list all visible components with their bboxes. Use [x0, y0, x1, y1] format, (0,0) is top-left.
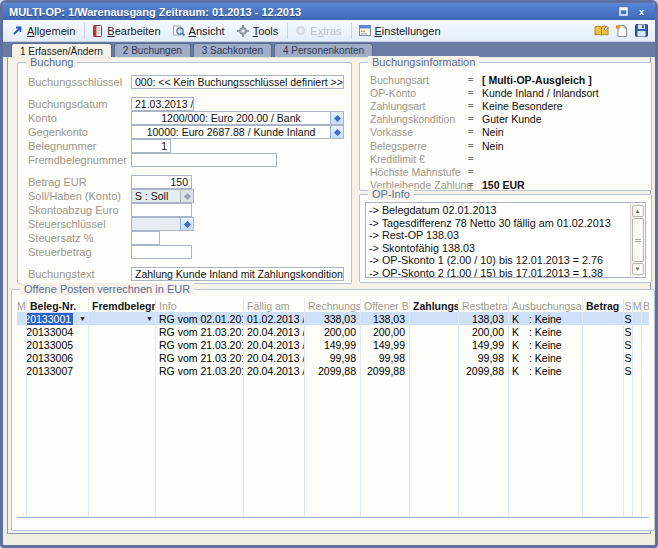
buchungsschluessel-label: Buchungsschlüssel [28, 76, 131, 88]
tab-buchungen[interactable]: 2 Buchungen [114, 43, 191, 57]
cell-beleg-nr[interactable]: 20133006 ▼ [27, 351, 89, 364]
cell-m2 [633, 338, 642, 351]
equals-icon: = [468, 75, 482, 85]
cell-fremdbelegnummer[interactable]: ▼ [89, 338, 156, 351]
dropdown-button[interactable] [330, 112, 343, 124]
col-header-s[interactable]: S [624, 299, 633, 312]
cell-zahlungsbetrag[interactable] [410, 312, 459, 325]
cell-betrag[interactable] [583, 312, 624, 325]
steuersatz-input[interactable] [131, 231, 160, 245]
restore-button[interactable] [616, 5, 631, 18]
chevron-down-icon[interactable]: ▼ [79, 315, 86, 322]
steuerschluessel-select[interactable] [131, 217, 194, 231]
table-row[interactable]: 20133007 ▼ ▼ RG vom 21.03.2013 20.04.201… [17, 364, 649, 377]
cell-ausbuchungsart[interactable]: K : Keine [509, 312, 583, 325]
cell-ausbuchungsart[interactable]: K : Keine [509, 325, 583, 338]
cell-info: RG vom 21.03.2013 [156, 338, 244, 351]
cell-faellig-am: 20.04.2013 /Sa [244, 351, 305, 364]
cell-beleg-nr[interactable]: 20133001 ▼ [27, 312, 89, 325]
beleg-nr-value: 20133006 [27, 352, 73, 364]
tab-personenkonten[interactable]: 4 Personenkonten [274, 43, 373, 57]
menu-einstellungen[interactable]: Einstellungen [354, 23, 448, 39]
post-booking-button[interactable] [591, 22, 611, 40]
buchungsinformation-row: Buchungsart = [ Multi-OP-Ausgleich ] [370, 73, 643, 86]
table-row[interactable]: 20133001 ▼ ▼ RG vom 02.01.2013 01.02.201… [17, 312, 649, 325]
col-header-zahlungsbetrag[interactable]: Zahlungsbetrag [410, 299, 459, 312]
table-row[interactable]: 20133006 ▼ ▼ RG vom 21.03.2013 20.04.201… [17, 351, 649, 364]
cell-zahlungsbetrag[interactable] [410, 338, 459, 351]
cell-fremdbelegnummer[interactable]: ▼ [89, 351, 156, 364]
new-document-button[interactable] [611, 22, 631, 40]
scroll-up-icon[interactable]: ▲ [632, 205, 644, 217]
cell-zahlungsbetrag[interactable] [410, 325, 459, 338]
konto-select[interactable]: 1200/000: Euro 200.00 / Bank [131, 111, 344, 125]
cell-betrag[interactable] [583, 338, 624, 351]
gegenkonto-select[interactable]: 10000: Euro 2687.88 / Kunde Inland [131, 125, 344, 139]
col-header-ausbuchungsart[interactable]: Ausbuchungsart [509, 299, 583, 312]
cell-fremdbelegnummer[interactable]: ▼ [89, 325, 156, 338]
soll-haben-select[interactable]: S : Soll [131, 189, 194, 203]
menu-ansicht[interactable]: Ansicht [168, 23, 232, 39]
buchungstext-select[interactable]: Zahlung Kunde Inland mit Zahlungskonditi… [131, 267, 344, 281]
belegnummer-input[interactable]: 1 [131, 139, 171, 153]
cell-beleg-nr[interactable]: 20133005 ▼ [27, 338, 89, 351]
close-button[interactable]: x [634, 5, 649, 18]
cell-betrag[interactable] [583, 325, 624, 338]
cell-m2 [633, 351, 642, 364]
cell-faellig-am: 20.04.2013 /Sa [244, 338, 305, 351]
menu-tools[interactable]: Tools [232, 23, 286, 39]
cell-beleg-nr[interactable]: 20133007 ▼ [27, 364, 89, 377]
cell-ausbuchungsart[interactable]: K : Keine [509, 338, 583, 351]
menu-allgemein[interactable]: Allgemein [7, 23, 82, 39]
equals-icon: = [468, 180, 482, 190]
scroll-down-icon[interactable]: ▼ [632, 263, 644, 275]
menu-extras: Extras [290, 23, 348, 39]
skontoabzug-input[interactable] [131, 203, 192, 217]
steuerbetrag-input[interactable] [131, 245, 192, 259]
table-header-row: M Beleg-Nr. Fremdbelegnummer Info Fällig… [17, 299, 649, 312]
op-info-scrollbar[interactable]: ▲ ▼ [630, 204, 644, 276]
cell-zahlungsbetrag[interactable] [410, 364, 459, 377]
op-info-groupbox: OP-Info -> Belegdatum 02.01.2013-> Tages… [359, 194, 652, 283]
cell-betrag[interactable] [583, 364, 624, 377]
col-header-offener-betrag[interactable]: Offener Betrag [361, 299, 410, 312]
info-label: OP-Konto [370, 87, 468, 99]
buchungsschluessel-select[interactable]: 000: << Kein Buchungsschlüssel definiert… [131, 75, 344, 89]
dropdown-button[interactable] [180, 218, 193, 230]
chevron-down-icon[interactable]: ▼ [146, 315, 153, 322]
buchungsdatum-select[interactable]: 21.03.2013 /Do [131, 97, 194, 111]
equals-icon: = [468, 127, 482, 137]
cell-rechnungsbetrag: 338,03 [305, 312, 361, 325]
cell-zahlungsbetrag[interactable] [410, 351, 459, 364]
cell-betrag[interactable] [583, 351, 624, 364]
field-row-steuersatz: Steuersatz % [28, 231, 345, 245]
op-info-textbox[interactable]: -> Belegdatum 02.01.2013-> Tagesdifferen… [365, 202, 646, 278]
cell-ausbuchungsart[interactable]: K : Keine [509, 351, 583, 364]
col-header-rechnungsbetrag[interactable]: Rechnungsbetrag [305, 299, 361, 312]
dropdown-button[interactable] [180, 190, 193, 202]
field-row-steuerbetrag: Steuerbetrag [28, 245, 345, 259]
cell-fremdbelegnummer[interactable]: ▼ [89, 364, 156, 377]
table-row[interactable]: 20133004 ▼ ▼ RG vom 21.03.2013 20.04.201… [17, 325, 649, 338]
col-header-m2[interactable]: M [633, 299, 642, 312]
col-header-info[interactable]: Info [156, 299, 244, 312]
scroll-thumb[interactable] [632, 218, 644, 262]
cell-offener-betrag: 2099,88 [361, 364, 410, 377]
menu-bearbeiten[interactable]: Bearbeiten [87, 23, 167, 39]
col-header-restbetrag[interactable]: Restbetrag [459, 299, 509, 312]
col-header-fremdbelegnummer[interactable]: Fremdbelegnummer [89, 299, 156, 312]
col-header-b[interactable]: B [642, 299, 649, 312]
dropdown-button[interactable] [330, 126, 343, 138]
col-header-m[interactable]: M [17, 299, 27, 312]
tab-sachkonten[interactable]: 3 Sachkonten [193, 43, 272, 57]
betrag-eur-input[interactable]: 150 [131, 175, 192, 189]
col-header-faellig-am[interactable]: Fällig am [244, 299, 305, 312]
col-header-betrag[interactable]: Betrag [583, 299, 624, 312]
cell-fremdbelegnummer[interactable]: ▼ [89, 312, 156, 325]
save-button[interactable] [631, 22, 651, 40]
fremdbelegnummer-input[interactable] [131, 153, 277, 167]
col-header-beleg-nr[interactable]: Beleg-Nr. [27, 299, 89, 312]
table-row[interactable]: 20133005 ▼ ▼ RG vom 21.03.2013 20.04.201… [17, 338, 649, 351]
cell-ausbuchungsart[interactable]: K : Keine [509, 364, 583, 377]
cell-beleg-nr[interactable]: 20133004 ▼ [27, 325, 89, 338]
